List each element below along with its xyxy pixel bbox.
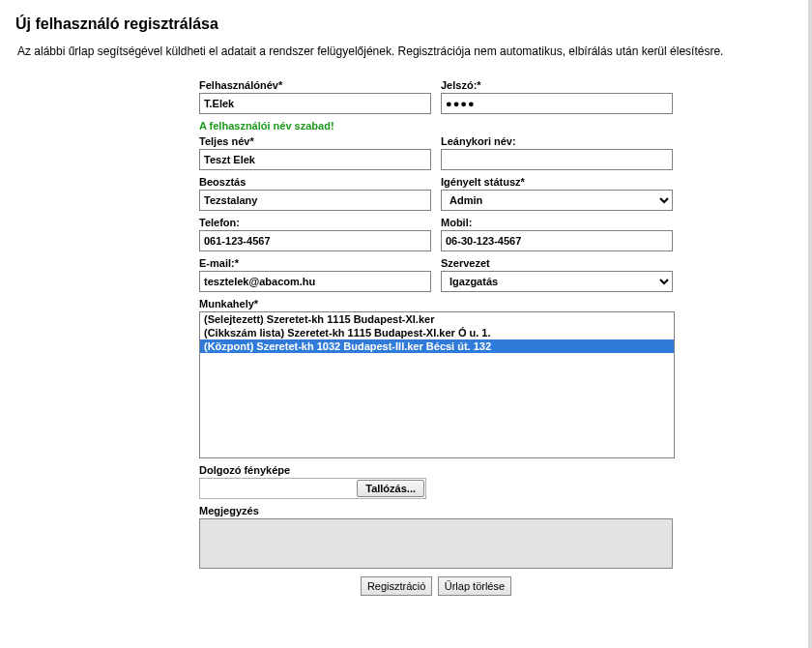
maidenname-input[interactable] bbox=[441, 149, 673, 170]
email-input[interactable] bbox=[199, 271, 431, 292]
label-workplace: Munkahely* bbox=[199, 298, 673, 309]
workplace-listbox[interactable]: (Selejtezett) Szeretet-kh 1115 Budapest-… bbox=[199, 311, 675, 458]
label-password: Jelszó:* bbox=[441, 79, 673, 91]
intro-text: Az alábbi űrlap segítségével küldheti el… bbox=[17, 44, 791, 58]
photo-file-field[interactable]: Tallózás... bbox=[199, 478, 426, 499]
username-input[interactable] bbox=[199, 93, 431, 114]
mobile-input[interactable] bbox=[441, 230, 673, 251]
phone-input[interactable] bbox=[199, 230, 431, 251]
register-button[interactable]: Regisztráció bbox=[361, 576, 433, 596]
workplace-option[interactable]: (Selejtezett) Szeretet-kh 1115 Budapest-… bbox=[200, 312, 674, 326]
label-position: Beosztás bbox=[199, 176, 431, 188]
username-availability-hint: A felhasználói név szabad! bbox=[199, 120, 673, 132]
browse-button[interactable]: Tallózás... bbox=[357, 480, 424, 497]
note-textarea[interactable] bbox=[199, 518, 673, 569]
label-status: Igényelt státusz* bbox=[441, 176, 673, 188]
label-fullname: Teljes név* bbox=[199, 135, 431, 147]
label-phone: Telefon: bbox=[199, 217, 431, 228]
org-select[interactable]: Igazgatás bbox=[441, 271, 673, 292]
label-maidenname: Leánykori név: bbox=[441, 135, 673, 147]
status-select[interactable]: Admin bbox=[441, 190, 673, 211]
position-input[interactable] bbox=[199, 190, 431, 211]
clear-form-button[interactable]: Űrlap törlése bbox=[438, 576, 511, 596]
label-username: Felhasználónév* bbox=[199, 79, 431, 91]
workplace-option[interactable]: (Cikkszám lista) Szeretet-kh 1115 Budape… bbox=[200, 326, 674, 339]
label-email: E-mail:* bbox=[199, 257, 431, 269]
password-input[interactable] bbox=[441, 93, 673, 114]
label-org: Szervezet bbox=[441, 257, 673, 269]
workplace-option[interactable]: (Központ) Szeretet-kh 1032 Budapest-III.… bbox=[200, 339, 674, 353]
fullname-input[interactable] bbox=[199, 149, 431, 170]
label-mobile: Mobil: bbox=[441, 217, 673, 228]
photo-file-name bbox=[200, 479, 356, 498]
page-title: Új felhasználó regisztrálása bbox=[15, 15, 793, 33]
label-photo: Dolgozó fényképe bbox=[199, 464, 673, 476]
label-note: Megjegyzés bbox=[199, 505, 673, 516]
